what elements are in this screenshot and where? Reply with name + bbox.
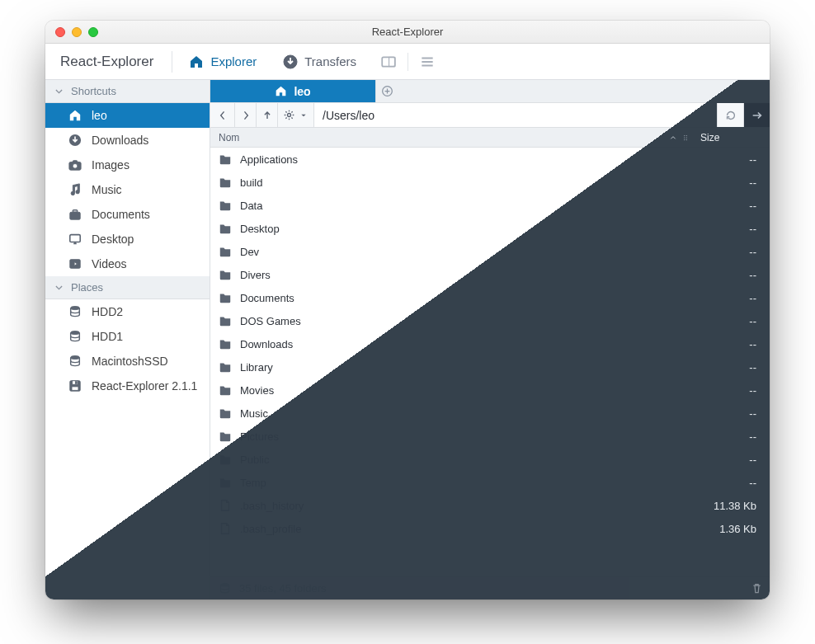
file-row[interactable]: Movies--	[210, 378, 770, 402]
titlebar[interactable]: React-Explorer	[45, 21, 770, 44]
chevron-down-icon	[54, 86, 64, 96]
file-icon	[219, 499, 232, 512]
file-size: --	[690, 430, 770, 443]
view-options-button[interactable]	[278, 103, 314, 127]
file-row[interactable]: Divers--	[210, 263, 770, 286]
home-icon	[275, 85, 287, 97]
folder-icon	[219, 153, 232, 166]
file-size: 1.36 Kb	[690, 523, 770, 535]
file-row[interactable]: Pictures--	[210, 425, 770, 448]
play-icon	[68, 257, 82, 270]
sidebar-item-hdd2[interactable]: HDD2	[45, 299, 210, 324]
file-size: --	[690, 246, 770, 258]
file-row[interactable]: Desktop--	[210, 217, 770, 240]
status-bar: 35 files, 45 folders	[210, 576, 770, 599]
split-view-button[interactable]	[370, 44, 408, 79]
back-button[interactable]	[210, 103, 235, 127]
nav-label: Transfers	[304, 54, 356, 68]
download-icon	[283, 54, 298, 69]
nav-explorer[interactable]: Explorer	[176, 44, 270, 79]
section-title: Shortcuts	[71, 85, 116, 97]
file-size: --	[690, 269, 770, 281]
sidebar-item-leo[interactable]: leo	[45, 103, 210, 128]
file-row[interactable]: Temp--	[210, 471, 770, 494]
folder-icon	[219, 383, 232, 397]
file-row[interactable]: .bash_history11.38 Kb	[210, 494, 770, 517]
file-name: build	[240, 176, 690, 189]
sidebar: ShortcutsleoDownloadsImagesMusicDocument…	[45, 80, 210, 599]
sidebar-item-label: Documents	[92, 208, 150, 221]
music-icon	[68, 183, 82, 196]
file-row[interactable]: Applications--	[210, 148, 770, 171]
file-size: --	[690, 338, 770, 350]
path-input[interactable]	[314, 103, 717, 127]
floppy-icon	[68, 379, 82, 393]
add-tab-button[interactable]	[375, 80, 398, 102]
sidebar-item-label: React-Explorer 2.1.1	[92, 379, 197, 393]
file-name: .bash_history	[240, 500, 690, 512]
file-row[interactable]: .bash_profile1.36 Kb	[210, 517, 770, 540]
sidebar-item-desktop[interactable]: Desktop	[45, 227, 210, 251]
nav-label: Explorer	[210, 54, 257, 68]
file-row[interactable]: DOS Games--	[210, 309, 770, 332]
file-name: Downloads	[240, 338, 690, 350]
file-row[interactable]: build--	[210, 171, 770, 194]
column-size[interactable]: Size	[695, 132, 770, 143]
sidebar-item-hdd1[interactable]: HDD1	[45, 324, 210, 349]
folder-icon	[219, 476, 232, 489]
appbar: React-Explorer Explorer Transfers	[45, 44, 770, 80]
file-name: Dev	[240, 246, 690, 258]
folder-icon	[219, 291, 232, 304]
briefcase-icon	[68, 208, 82, 221]
pathbar	[210, 103, 770, 128]
sidebar-item-react-explorer-2-1-1[interactable]: React-Explorer 2.1.1	[45, 374, 210, 398]
folder-icon	[219, 337, 232, 350]
sidebar-item-videos[interactable]: Videos	[45, 251, 210, 276]
sidebar-item-documents[interactable]: Documents	[45, 202, 210, 227]
sidebar-item-downloads[interactable]: Downloads	[45, 128, 210, 153]
file-size: --	[690, 223, 770, 235]
refresh-button[interactable]	[717, 103, 743, 127]
tabs: leo	[210, 80, 770, 103]
sidebar-item-music[interactable]: Music	[45, 177, 210, 202]
file-row[interactable]: Data--	[210, 194, 770, 217]
file-row[interactable]: Dev--	[210, 240, 770, 263]
separator	[172, 51, 172, 73]
folder-icon	[219, 176, 232, 189]
column-name[interactable]: Nom	[210, 132, 662, 143]
file-list[interactable]: Applications--build--Data--Desktop--Dev-…	[210, 148, 770, 576]
section-title: Places	[71, 281, 103, 294]
forward-button[interactable]	[235, 103, 257, 127]
file-name: Library	[240, 361, 690, 374]
file-row[interactable]: Public--	[210, 448, 770, 471]
sort-indicator[interactable]	[662, 132, 695, 143]
sidebar-section-header[interactable]: Shortcuts	[45, 80, 210, 103]
sidebar-item-macintoshssd[interactable]: MacintoshSSD	[45, 349, 210, 374]
sidebar-item-images[interactable]: Images	[45, 153, 210, 177]
menu-button[interactable]	[408, 44, 446, 79]
trash-icon[interactable]	[751, 582, 763, 595]
home-icon	[189, 54, 204, 69]
sidebar-section-header[interactable]: Places	[45, 276, 210, 299]
file-row[interactable]: Downloads--	[210, 332, 770, 355]
file-size: --	[690, 454, 770, 466]
file-name: .bash_profile	[240, 523, 690, 535]
file-name: Temp	[240, 477, 690, 489]
file-row[interactable]: Documents--	[210, 286, 770, 309]
chevron-down-icon	[54, 282, 64, 293]
tab-leo[interactable]: leo	[210, 80, 375, 102]
caret-down-icon	[299, 110, 309, 120]
main-pane: leo Nom	[210, 80, 770, 599]
parent-dir-button[interactable]	[257, 103, 278, 127]
open-button[interactable]	[743, 103, 770, 127]
sidebar-item-label: HDD2	[92, 305, 123, 318]
file-row[interactable]: Music--	[210, 402, 770, 425]
file-row[interactable]: Library--	[210, 355, 770, 378]
tab-label: leo	[294, 85, 310, 98]
nav-transfers[interactable]: Transfers	[270, 44, 370, 79]
file-name: Applications	[240, 153, 690, 166]
database-icon	[219, 582, 231, 595]
file-name: Public	[240, 454, 690, 466]
database-icon	[68, 355, 82, 368]
file-name: Data	[240, 200, 690, 212]
